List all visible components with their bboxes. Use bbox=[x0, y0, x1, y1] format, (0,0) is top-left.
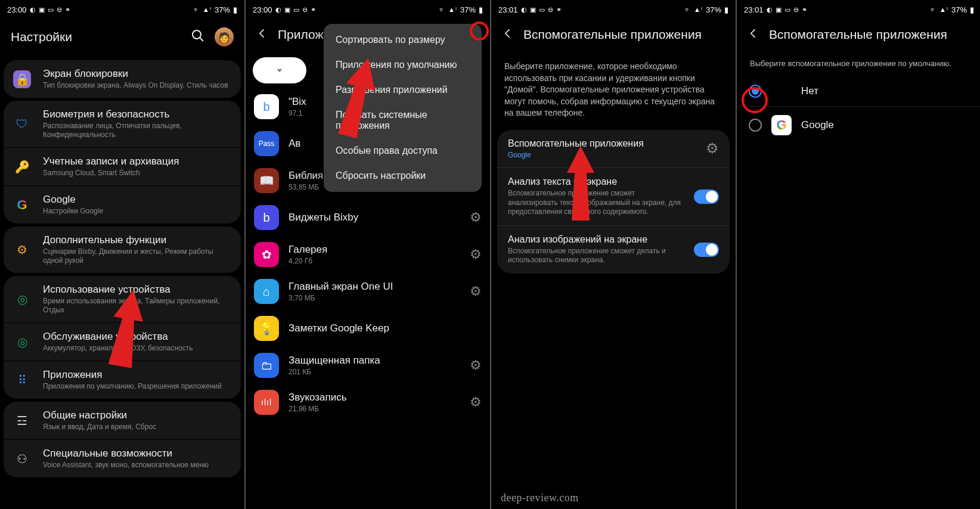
menu-reset[interactable]: Сбросить настройки bbox=[324, 163, 482, 188]
circle-icon: ◎ bbox=[12, 289, 32, 309]
app-icon: ✿ bbox=[254, 242, 279, 267]
app-row[interactable]: 🗀 Защищенная папка201 КБ ⚙ bbox=[246, 347, 490, 384]
toggle-switch[interactable] bbox=[694, 190, 719, 204]
menu-default-apps[interactable]: Приложения по умолчанию bbox=[324, 52, 482, 77]
settings-item-lockscreen[interactable]: 🔒 Экран блокировкиТип блокировки экрана,… bbox=[4, 60, 241, 98]
svg-marker-3 bbox=[277, 69, 282, 73]
overflow-menu: Сортировать по размеру Приложения по умо… bbox=[324, 24, 482, 192]
status-bar: 23:00◐ ▣ ▭ ⊖ ⚭ ᯤ ▲ᴵ37%▮ bbox=[246, 0, 490, 19]
app-icon: 🗀 bbox=[254, 353, 279, 378]
row-sub: Вспомогательное приложение сможет анализ… bbox=[508, 189, 682, 217]
screen-apps: 23:00◐ ▣ ▭ ⊖ ⚭ ᯤ ▲ᴵ37%▮ Прилож b "Bix97,… bbox=[246, 0, 490, 509]
battery-icon: ▮ bbox=[970, 5, 974, 14]
back-button[interactable] bbox=[256, 27, 268, 42]
gear-icon[interactable]: ⚙ bbox=[470, 395, 482, 410]
google-icon: G bbox=[771, 115, 792, 135]
gear-icon[interactable]: ⚙ bbox=[706, 140, 719, 157]
status-bar: 23:01◐ ▣ ▭ ⊖ ⚭ ᯤ ▲ᴵ37%▮ bbox=[491, 0, 736, 19]
app-icon: ılıl bbox=[254, 390, 279, 415]
radio-label: Google bbox=[801, 119, 834, 131]
settings-item-general[interactable]: ☲ Общие настройкиЯзык и ввод, Дата и вре… bbox=[4, 402, 241, 439]
app-row[interactable]: 💡 Заметки Google Keep bbox=[246, 310, 490, 347]
accessibility-icon: ⚇ bbox=[12, 449, 32, 469]
gear-icon[interactable]: ⚙ bbox=[470, 210, 482, 225]
page-title: Вспомогательные приложения bbox=[523, 27, 725, 42]
settings-item-apps[interactable]: ⠿ ПриложенияПриложения по умолчанию, Раз… bbox=[4, 361, 241, 399]
app-row[interactable]: ⌂ Главный экран One UI3,70 МБ ⚙ bbox=[246, 273, 490, 310]
analyze-images-row[interactable]: Анализ изображений на экране Вспомогател… bbox=[497, 225, 730, 274]
app-icon: Pass bbox=[254, 131, 279, 156]
settings-item-biometrics[interactable]: 🛡 Биометрия и безопасностьРаспознавание … bbox=[4, 101, 241, 147]
google-icon: G bbox=[12, 195, 32, 215]
gear-icon: ⚙ bbox=[12, 240, 32, 260]
row-value: Google bbox=[508, 151, 694, 159]
page-title: Настройки bbox=[11, 30, 181, 44]
settings-item-care[interactable]: ◎ Обслуживание устройстваАккумулятор, хр… bbox=[4, 323, 241, 361]
watermark: deep-review.com bbox=[501, 492, 579, 504]
row-sub: Вспомогательное приложение сможет делать… bbox=[508, 247, 682, 265]
settings-item-advanced[interactable]: ⚙ Дополнительные функцииСценарии Bixby, … bbox=[4, 226, 241, 273]
app-icon: ⌂ bbox=[254, 279, 279, 304]
status-bar: 23:01◐ ▣ ▭ ⊖ ⚭ ᯤ ▲ᴵ37%▮ bbox=[737, 0, 980, 19]
menu-special-access[interactable]: Особые права доступа bbox=[324, 138, 482, 163]
apps-icon: ⠿ bbox=[12, 370, 32, 390]
settings-item-google[interactable]: G GoogleНастройки Google bbox=[4, 186, 241, 224]
app-row[interactable]: ✿ Галерея4,20 Гб ⚙ bbox=[246, 236, 490, 273]
assist-card: Вспомогательные приложения Google ⚙ Анал… bbox=[497, 130, 730, 274]
app-icon: b bbox=[254, 94, 279, 119]
radio-option-none[interactable]: Нет bbox=[737, 76, 980, 107]
battery-icon: ▮ bbox=[724, 5, 728, 14]
header: Вспомогательные приложения bbox=[737, 19, 980, 52]
svg-point-0 bbox=[193, 30, 201, 39]
status-icons-right: ᯤ ▲ᴵ bbox=[193, 6, 212, 14]
app-row[interactable]: b Виджеты Bixby ⚙ bbox=[246, 199, 490, 236]
radio-option-google[interactable]: G Google bbox=[737, 107, 980, 144]
status-icons-left: ◐ ▣ ▭ ⊖ ⚭ bbox=[30, 6, 71, 14]
description: Выберите приложение, которое необходимо … bbox=[491, 52, 736, 130]
key-icon: 🔑 bbox=[12, 157, 32, 177]
screen-assist-apps: 23:01◐ ▣ ▭ ⊖ ⚭ ᯤ ▲ᴵ37%▮ Вспомогательные … bbox=[491, 0, 736, 509]
menu-sort-by-size[interactable]: Сортировать по размеру bbox=[324, 27, 482, 52]
menu-app-permissions[interactable]: Разрешения приложений bbox=[324, 77, 482, 103]
lock-icon: 🔒 bbox=[12, 69, 32, 89]
battery-icon: ▮ bbox=[233, 5, 237, 14]
menu-show-system[interactable]: Показать системные приложения bbox=[324, 103, 482, 138]
radio-label: Нет bbox=[801, 85, 818, 97]
screen-assist-select: 23:01◐ ▣ ▭ ⊖ ⚭ ᯤ ▲ᴵ37%▮ Вспомогательные … bbox=[737, 0, 980, 509]
back-button[interactable] bbox=[748, 27, 759, 42]
app-icon: b bbox=[254, 205, 279, 230]
app-icon: 📖 bbox=[254, 168, 279, 193]
gear-icon[interactable]: ⚙ bbox=[470, 247, 482, 262]
screen-settings: 23:00 ◐ ▣ ▭ ⊖ ⚭ ᯤ ▲ᴵ 37% ▮ Настройки 🧑 🔒… bbox=[0, 0, 244, 509]
radio-button[interactable] bbox=[749, 119, 762, 132]
gear-icon[interactable]: ⚙ bbox=[470, 358, 482, 373]
item-sub: Тип блокировки экрана, Always On Display… bbox=[43, 81, 232, 90]
analyze-text-row[interactable]: Анализ текста на экране Вспомогательное … bbox=[497, 167, 730, 225]
settings-item-accessibility[interactable]: ⚇ Специальные возможностиVoice Assistant… bbox=[4, 440, 241, 477]
row-label: Анализ изображений на экране bbox=[508, 234, 682, 245]
description: Выберите вспомогательное приложение по у… bbox=[737, 52, 980, 76]
shield-icon: 🛡 bbox=[12, 114, 32, 134]
avatar[interactable]: 🧑 bbox=[215, 27, 234, 46]
header: Вспомогательные приложения bbox=[491, 19, 736, 52]
gear-icon[interactable]: ⚙ bbox=[470, 284, 482, 299]
back-button[interactable] bbox=[502, 27, 514, 42]
filter-dropdown[interactable] bbox=[253, 57, 306, 83]
status-time: 23:00 bbox=[7, 5, 27, 14]
settings-item-wellbeing[interactable]: ◎ Использование устройстваВремя использо… bbox=[4, 276, 241, 322]
header: Настройки 🧑 bbox=[0, 19, 244, 57]
assist-app-row[interactable]: Вспомогательные приложения Google ⚙ bbox=[497, 130, 730, 167]
sliders-icon: ☲ bbox=[12, 411, 32, 431]
svg-line-1 bbox=[200, 38, 203, 41]
status-battery: 37% bbox=[215, 5, 230, 14]
settings-item-accounts[interactable]: 🔑 Учетные записи и архивацияSamsung Clou… bbox=[4, 148, 241, 185]
search-icon[interactable] bbox=[191, 29, 205, 45]
app-row[interactable]: ılıl Звукозапись21,96 МБ ⚙ bbox=[246, 384, 490, 421]
battery-icon: ▮ bbox=[479, 5, 483, 14]
status-bar: 23:00 ◐ ▣ ▭ ⊖ ⚭ ᯤ ▲ᴵ 37% ▮ bbox=[0, 0, 244, 19]
item-label: Экран блокировки bbox=[43, 68, 232, 80]
radio-button[interactable] bbox=[749, 85, 762, 98]
page-title: Вспомогательные приложения bbox=[769, 27, 970, 42]
circle-icon: ◎ bbox=[12, 332, 32, 352]
toggle-switch[interactable] bbox=[694, 243, 719, 257]
